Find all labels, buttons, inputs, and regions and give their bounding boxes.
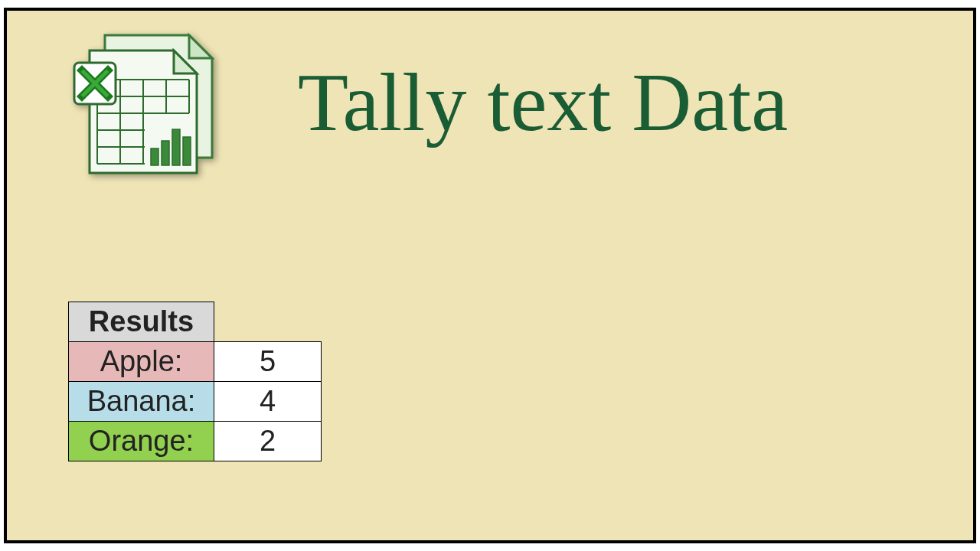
svg-rect-16 — [162, 141, 169, 165]
row-label-banana: Banana: — [69, 382, 214, 422]
results-header-cell: Results — [69, 302, 214, 342]
row-value-orange: 2 — [214, 422, 322, 461]
svg-rect-17 — [172, 129, 180, 165]
content-frame: Tally text Data Results Apple: 5 Banana:… — [4, 8, 976, 543]
excel-icon — [60, 26, 229, 179]
svg-marker-1 — [189, 35, 212, 58]
row-value-banana: 4 — [214, 382, 322, 422]
results-table: Results Apple: 5 Banana: 4 Orange: 2 — [68, 302, 322, 461]
empty-header-cell — [214, 302, 322, 342]
svg-rect-15 — [151, 148, 158, 165]
page-title: Tally text Data — [298, 55, 788, 150]
row-value-apple: 5 — [214, 342, 322, 382]
header: Tally text Data — [60, 26, 788, 179]
table-row: Orange: 2 — [69, 422, 322, 461]
svg-rect-18 — [183, 137, 191, 165]
row-label-orange: Orange: — [69, 422, 214, 461]
row-label-apple: Apple: — [69, 342, 214, 382]
table-row: Apple: 5 — [69, 342, 322, 382]
table-row: Banana: 4 — [69, 382, 322, 422]
